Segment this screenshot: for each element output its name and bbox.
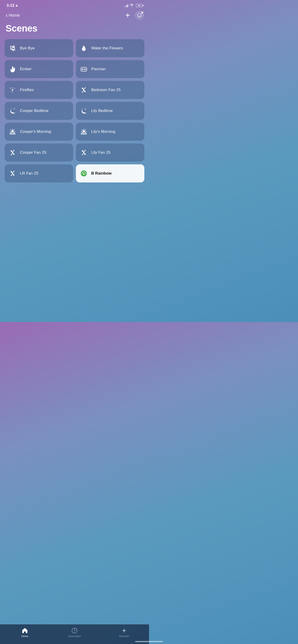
scenes-grid: Bye Bye Water the Flowers Ember: [0, 39, 149, 182]
fan-icon: [80, 148, 88, 157]
scene-label: LR Fan 25: [20, 171, 69, 176]
svg-point-16: [15, 88, 15, 89]
scene-cooper-fan[interactable]: Cooper Fan 25: [5, 144, 73, 162]
scene-label: Cooper Bedtime: [20, 108, 69, 113]
avatar-notification-dot: [141, 12, 143, 14]
scene-label: Cooper's Morning: [20, 129, 69, 134]
location-icon: [15, 4, 18, 7]
svg-point-0: [137, 13, 142, 18]
scene-fireflies[interactable]: Fireflies: [5, 81, 73, 99]
svg-point-1: [138, 14, 139, 15]
svg-point-45: [83, 174, 85, 175]
sparkles-icon: [8, 86, 17, 94]
scene-label: Lily Fan 25: [91, 150, 141, 155]
moon-stars-icon: [80, 107, 88, 115]
battery-icon: 84: [136, 4, 143, 7]
gamepad-icon: [80, 65, 88, 73]
scene-coopers-morning[interactable]: Cooper's Morning: [5, 123, 73, 141]
svg-point-21: [15, 110, 15, 110]
fan-icon: [8, 169, 17, 178]
back-label: Home: [9, 13, 20, 18]
svg-point-11: [86, 69, 87, 70]
svg-line-27: [14, 130, 15, 130]
page-title: Scenes: [0, 21, 149, 39]
svg-point-10: [85, 68, 86, 69]
svg-point-2: [140, 14, 141, 15]
fan-icon: [80, 86, 88, 94]
scene-label: Bedroom Fan 25: [91, 88, 141, 92]
scene-label: B Rainbow: [91, 171, 141, 176]
sunrise-icon: [80, 128, 88, 136]
svg-point-42: [83, 152, 85, 153]
svg-point-20: [15, 108, 15, 108]
scene-b-rainbow[interactable]: B Rainbow: [76, 164, 144, 182]
svg-point-43: [12, 173, 13, 174]
scene-label: Ember: [20, 66, 69, 72]
add-button[interactable]: [123, 11, 132, 20]
scene-label: Pacman: [91, 66, 141, 72]
scene-label: Fireflies: [20, 88, 69, 92]
moon-stars-icon: [8, 107, 17, 115]
status-time: 3:12: [7, 3, 18, 8]
svg-line-29: [11, 130, 11, 130]
status-bar: 3:12 84: [0, 0, 149, 10]
scene-label: Lily's Morning: [91, 129, 141, 134]
svg-line-37: [82, 130, 82, 130]
sunrise-icon: [8, 128, 17, 136]
svg-point-18: [83, 89, 85, 91]
scene-lily-fan[interactable]: Lily Fan 25: [76, 144, 144, 162]
scene-pacman[interactable]: Pacman: [76, 60, 144, 78]
walking-icon: [8, 44, 17, 52]
svg-point-41: [12, 152, 13, 153]
svg-point-24: [86, 110, 86, 110]
scene-label: Water the Flowers: [91, 46, 141, 50]
svg-point-12: [84, 69, 85, 70]
svg-point-15: [10, 88, 11, 88]
signal-icon: [124, 4, 128, 7]
wifi-icon: [130, 4, 134, 7]
status-right: 84: [124, 4, 143, 7]
scene-cooper-bedtime[interactable]: Cooper Bedtime: [5, 102, 73, 120]
svg-point-22: [85, 109, 86, 110]
scene-label: Lily Bedtime: [91, 108, 141, 113]
svg-point-17: [11, 92, 12, 92]
scene-label: Bye Bye: [20, 46, 69, 50]
scene-water-flowers[interactable]: Water the Flowers: [76, 39, 144, 57]
svg-line-35: [85, 130, 86, 130]
scene-lily-bedtime[interactable]: Lily Bedtime: [76, 102, 144, 120]
flame-icon: [8, 65, 17, 73]
nav-actions: [123, 11, 143, 20]
scene-lilys-morning[interactable]: Lily's Morning: [76, 123, 144, 141]
svg-point-14: [12, 89, 13, 91]
scene-label: Cooper Fan 25: [20, 150, 69, 155]
scene-bedroom-fan[interactable]: Bedroom Fan 25: [76, 81, 144, 99]
nav-header: Home: [0, 10, 149, 21]
scene-bye-bye[interactable]: Bye Bye: [5, 39, 73, 57]
back-button[interactable]: Home: [6, 12, 20, 18]
scene-ember[interactable]: Ember: [5, 60, 73, 78]
avatar-button[interactable]: [136, 11, 143, 19]
palette-icon: [80, 169, 88, 178]
fan-icon: [8, 148, 17, 157]
svg-point-23: [86, 108, 86, 108]
scene-lr-fan[interactable]: LR Fan 25: [5, 164, 73, 182]
svg-point-19: [14, 109, 15, 110]
chevron-left-icon: [6, 12, 8, 18]
svg-point-13: [85, 70, 86, 70]
water-drop-icon: [80, 44, 88, 52]
